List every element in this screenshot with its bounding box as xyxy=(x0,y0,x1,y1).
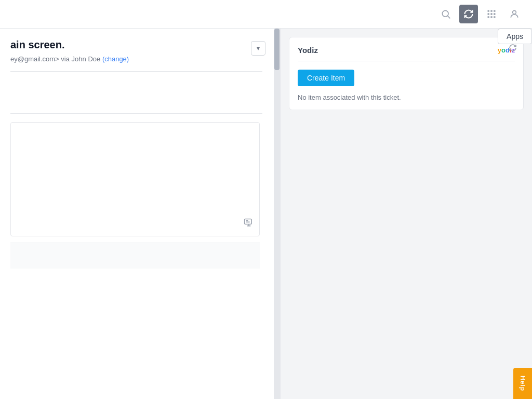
apps-button[interactable]: Apps xyxy=(498,29,532,44)
yodiz-header: Yodiz yodiz xyxy=(298,46,515,61)
yodiz-title: Yodiz xyxy=(298,46,318,55)
attachment-icon xyxy=(244,218,254,231)
search-button[interactable] xyxy=(436,5,455,23)
bottom-bar xyxy=(10,243,260,269)
create-item-button[interactable]: Create Item xyxy=(298,70,354,86)
divider-1 xyxy=(10,71,262,72)
svg-rect-8 xyxy=(488,16,489,18)
help-button[interactable]: Help xyxy=(513,368,532,399)
svg-point-0 xyxy=(442,10,448,17)
chevron-down-icon: ▾ xyxy=(257,45,260,52)
svg-point-11 xyxy=(513,10,516,14)
navbar xyxy=(0,0,532,29)
svg-rect-2 xyxy=(488,10,489,12)
change-link[interactable]: (change) xyxy=(102,55,129,63)
svg-rect-4 xyxy=(494,10,495,12)
yodiz-refresh-icon[interactable] xyxy=(509,44,517,54)
scrollbar-thumb[interactable] xyxy=(274,29,280,70)
svg-rect-10 xyxy=(494,16,495,18)
scrollbar-track[interactable] xyxy=(274,29,280,399)
apps-label: Apps xyxy=(507,32,523,41)
no-item-text: No item associated with this ticket. xyxy=(298,94,515,101)
refresh-button[interactable] xyxy=(459,5,478,23)
svg-rect-7 xyxy=(494,13,495,15)
right-panel: Yodiz yodiz Create Item No item associat… xyxy=(281,29,532,399)
page-title: ain screen. xyxy=(10,39,262,51)
user-button[interactable] xyxy=(505,5,524,23)
left-panel: ain screen. ey@gmail.com> via John Doe (… xyxy=(0,29,281,399)
svg-line-1 xyxy=(448,16,450,19)
left-panel-content: ain screen. ey@gmail.com> via John Doe (… xyxy=(10,39,270,269)
main-area: ain screen. ey@gmail.com> via John Doe (… xyxy=(0,29,532,399)
svg-rect-3 xyxy=(490,10,492,12)
email-text: ey@gmail.com> via John Doe xyxy=(10,55,100,63)
svg-rect-5 xyxy=(488,13,489,15)
divider-2 xyxy=(10,113,262,114)
yodiz-card: Yodiz yodiz Create Item No item associat… xyxy=(289,37,524,110)
reply-text-area[interactable] xyxy=(10,122,260,236)
svg-rect-6 xyxy=(490,13,492,15)
svg-rect-9 xyxy=(490,16,492,18)
email-line: ey@gmail.com> via John Doe (change) xyxy=(10,55,262,63)
collapse-button[interactable]: ▾ xyxy=(251,41,265,56)
help-label: Help xyxy=(519,376,526,391)
grid-button[interactable] xyxy=(482,5,501,23)
